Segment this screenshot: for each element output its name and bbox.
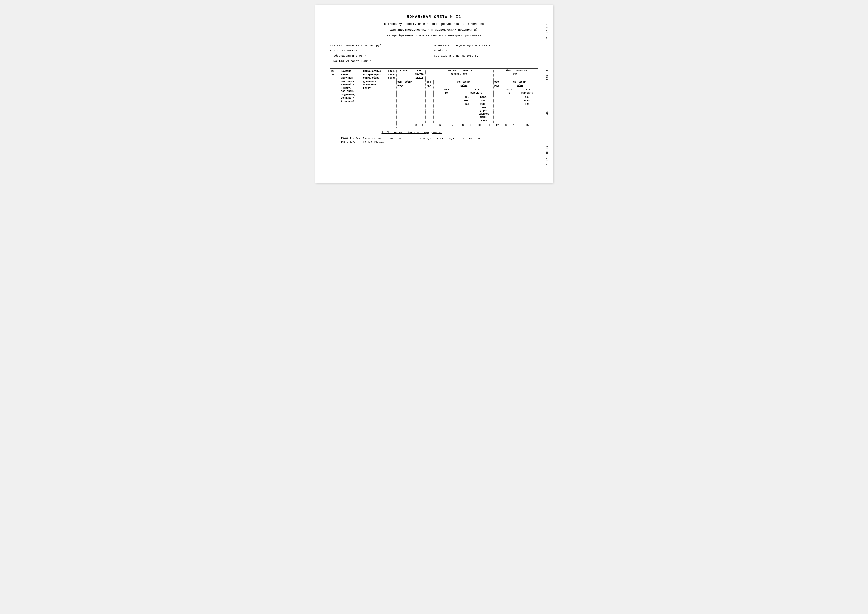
table-section: №№пп Наимено-ваниеукрупнен-ных пока-зате…	[330, 68, 538, 144]
sidebar-top-text: т.807-1-1	[546, 23, 549, 39]
th-e10	[509, 95, 516, 123]
page-number: 49	[546, 112, 549, 115]
info-section: Сметная стоимость 0,38 тыс.руб. в т.ч. с…	[330, 43, 538, 64]
colnum-9: 9	[467, 123, 474, 127]
title-section: ЛОКАЛЬНАЯ СМЕТА № I2 к типовому проекту …	[330, 15, 538, 38]
colnum-5: 5	[425, 123, 433, 127]
info-left-line4: – монтажных работ 0,32 "	[330, 59, 424, 64]
th-smetnaya: Сметная стоимостьединицы руб.	[425, 69, 493, 80]
colnum-12: I2	[493, 123, 501, 127]
info-left-line1: Сметная стоимость 0,38 тыс.руб.	[330, 43, 424, 48]
th-empty5	[425, 87, 433, 95]
th-col3: Наименованиеи характери-стика обору-дова…	[362, 69, 387, 127]
data-col5b: –	[404, 136, 413, 144]
right-sidebar: т.807-1-1 (тр 8) 49 18077-90-06	[542, 5, 553, 183]
th-empty3	[413, 87, 419, 95]
info-left: Сметная стоимость 0,38 тыс.руб. в т.ч. с…	[330, 43, 424, 64]
page-container: т.807-1-1 (тр 8) 49 18077-90-06 ЛОКАЛЬНА…	[316, 5, 553, 183]
sidebar-bottom-text: 18077-90-06	[546, 146, 549, 165]
th-e4	[419, 95, 426, 123]
th-osnov: ос-нов-ная	[459, 95, 474, 123]
th-montazh-obsh: монтажныхработ	[501, 80, 538, 87]
data-col11: I6	[459, 136, 467, 144]
th-vtch-obsh: в т.ч.зарплата	[516, 87, 538, 95]
sidebar-middle-text: (тр 8)	[546, 70, 549, 80]
th-e5	[425, 95, 433, 123]
info-right-line4: Составлена в ценах I969 г.	[434, 53, 538, 59]
th-kol-obsh: общий	[404, 80, 413, 87]
data-col8: 3,9I	[425, 136, 433, 144]
th-montazh-smeta: монтажныхработ	[434, 80, 494, 87]
th-ves: Вес бруттонетто	[413, 69, 426, 80]
colnum-11: II	[484, 123, 493, 127]
info-right-line2: альбом I	[434, 48, 538, 53]
colnum-10: IO	[474, 123, 484, 127]
th-vtch-smeta: в т.ч.зарплата	[459, 87, 493, 95]
th-e1	[397, 95, 404, 123]
th-e8	[493, 95, 501, 123]
info-right: Основание: спецификации № Э-I÷Э-3 альбом…	[434, 43, 538, 64]
info-left-line3: – оборудования 0,06 "	[330, 53, 424, 59]
data-col1: I	[330, 136, 340, 144]
th-ves-obsh	[419, 80, 426, 87]
th-empty2	[404, 87, 413, 95]
header-row-1: №№пп Наимено-ваниеукрупнен-ных пока-зате…	[330, 69, 538, 80]
th-e7	[446, 95, 459, 123]
th-kol-edi: еди-ницы	[397, 80, 404, 87]
th-col4: Един.изме-рения	[387, 69, 397, 127]
colnum-13: I3	[501, 123, 509, 127]
data-col12: I6	[467, 136, 474, 144]
data-col7: 4,0	[419, 136, 426, 144]
th-obshaya: Общая стоимостьруб.	[493, 69, 538, 80]
section-title: I. Монтажные работы и оборудование	[330, 127, 494, 136]
colnum-4: 4	[419, 123, 426, 127]
data-col2: I5-04-I п.04-I66 8-6273	[340, 136, 362, 144]
colnum-2: 2	[404, 123, 413, 127]
th-e9	[501, 95, 509, 123]
colnum-15: I5	[516, 123, 538, 127]
subtitle-line3: на приобретение и монтаж силового электр…	[330, 33, 538, 38]
th-ves-edi	[413, 80, 419, 87]
colnum-8: 8	[459, 123, 467, 127]
data-col3: Пускатель маг- нитный ПМЕ-I2I	[362, 136, 387, 144]
info-left-line2: в т.ч. стоимость:	[330, 48, 424, 53]
th-kol-vo: Кол-во	[397, 69, 413, 80]
section-header-row: I. Монтажные работы и оборудование	[330, 127, 538, 136]
th-empty4	[419, 87, 426, 95]
th-obo2: обо-руд.	[493, 80, 501, 87]
th-vsego-obsh: все-го	[501, 87, 516, 95]
main-title: ЛОКАЛЬНАЯ СМЕТА № I2	[330, 15, 538, 19]
th-rabo-smeta: рабо-чих,заня-тыхупра-влениеммаши-нами	[474, 95, 493, 123]
main-table: №№пп Наимено-ваниеукрупнен-ных пока-зате…	[330, 69, 538, 144]
colnum-1: I	[397, 123, 404, 127]
data-col10: 0,0I	[446, 136, 459, 144]
colnum-3: 3	[413, 123, 419, 127]
data-row-1: I I5-04-I п.04-I66 8-6273 Пускатель маг-…	[330, 136, 538, 144]
colnum-14: I4	[509, 123, 516, 127]
data-col13: 6	[474, 136, 484, 144]
data-col9: I,40	[434, 136, 446, 144]
th-empty1	[397, 87, 404, 95]
th-e6	[434, 95, 446, 123]
data-col4: шт	[387, 136, 397, 144]
subtitle-line1: к типовому проекту санитарного пропускни…	[330, 22, 538, 27]
th-col2: Наимено-ваниеукрупнен-ных пока-зателей и…	[340, 69, 362, 127]
colnum-6: 6	[434, 123, 446, 127]
th-empty6	[493, 87, 501, 95]
th-vsego-smeta: все-го	[434, 87, 459, 95]
colnum-7: 7	[446, 123, 459, 127]
th-obo: обо-руд.	[425, 80, 433, 87]
data-col14: –	[484, 136, 493, 144]
th-e3	[413, 95, 419, 123]
info-right-line1: Основание: спецификации № Э-I÷Э-3	[434, 43, 538, 48]
th-e2	[404, 95, 413, 123]
th-col1: №№пп	[330, 69, 340, 127]
subtitle-line2: для животноводческих и птицеводческих пр…	[330, 28, 538, 33]
th-rabo-obsh: ос-нов-ная	[516, 95, 538, 123]
data-col5a: 4	[397, 136, 404, 144]
data-col6: –	[413, 136, 419, 144]
